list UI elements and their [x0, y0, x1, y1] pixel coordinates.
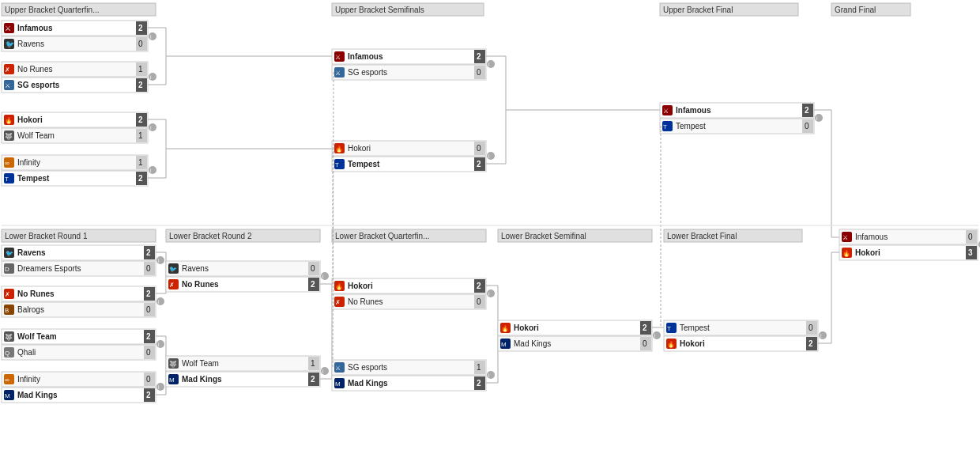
svg-text:∞: ∞: [5, 376, 9, 384]
svg-text:🔥: 🔥: [667, 340, 675, 348]
svg-text:M: M: [5, 392, 10, 399]
svg-text:SG esports: SG esports: [348, 68, 387, 77]
svg-text:1: 1: [477, 363, 481, 372]
svg-text:🐺: 🐺: [5, 132, 13, 140]
svg-text:2: 2: [146, 332, 151, 341]
svg-text:0: 0: [146, 264, 151, 273]
svg-text:🐺: 🐺: [5, 333, 13, 341]
svg-text:🔥: 🔥: [5, 116, 13, 124]
svg-text:Wolf Team: Wolf Team: [17, 332, 57, 341]
svg-text:B: B: [5, 307, 9, 314]
svg-text:🔥: 🔥: [501, 324, 509, 332]
svg-text:Ravens: Ravens: [17, 40, 44, 48]
svg-text:0: 0: [477, 144, 481, 153]
svg-text:Dreamers Esports: Dreamers Esports: [17, 264, 81, 273]
svg-text:Infamous: Infamous: [348, 52, 383, 61]
svg-text:Hokori: Hokori: [514, 323, 539, 332]
svg-text:🐦: 🐦: [6, 40, 15, 49]
svg-text:2: 2: [477, 379, 481, 388]
svg-text:0: 0: [138, 40, 143, 48]
svg-text:0: 0: [477, 68, 481, 77]
svg-text:2: 2: [138, 81, 143, 89]
svg-text:Lower Bracket Quarterfin...: Lower Bracket Quarterfin...: [335, 232, 430, 240]
svg-text:Lower Bracket Round 2: Lower Bracket Round 2: [169, 232, 252, 240]
svg-text:⚔: ⚔: [335, 365, 341, 372]
svg-text:⚔: ⚔: [335, 54, 341, 61]
svg-text:Tempest: Tempest: [680, 323, 710, 332]
svg-text:Ravens: Ravens: [182, 264, 209, 273]
svg-text:0: 0: [968, 233, 973, 241]
svg-text:0: 0: [805, 122, 809, 131]
svg-text:Tempest: Tempest: [676, 122, 706, 131]
svg-text:2: 2: [138, 24, 143, 32]
bracket-container: Upper Bracket Quarterfin... Upper Bracke…: [0, 0, 980, 451]
svg-text:2: 2: [477, 160, 481, 168]
svg-text:Upper Bracket Final: Upper Bracket Final: [663, 6, 733, 14]
svg-text:Hokori: Hokori: [680, 339, 705, 348]
svg-text:2: 2: [146, 289, 151, 298]
svg-text:🐦: 🐦: [6, 249, 13, 257]
svg-text:0: 0: [146, 375, 151, 384]
svg-text:No Runes: No Runes: [348, 297, 383, 306]
svg-text:2: 2: [808, 339, 813, 348]
svg-text:T: T: [663, 123, 667, 131]
svg-text:2: 2: [643, 323, 647, 332]
svg-text:∞: ∞: [5, 160, 9, 167]
svg-text:Tempest: Tempest: [348, 160, 380, 168]
svg-text:2: 2: [311, 280, 315, 289]
svg-text:T: T: [335, 161, 339, 168]
svg-text:Mad Kings: Mad Kings: [182, 375, 222, 384]
svg-text:2: 2: [311, 375, 315, 384]
svg-text:Hokori: Hokori: [855, 248, 880, 257]
svg-text:2: 2: [805, 106, 809, 115]
svg-text:Hokori: Hokori: [348, 144, 371, 153]
svg-text:🐺: 🐺: [169, 360, 177, 368]
svg-text:M: M: [501, 341, 507, 348]
svg-text:Lower Bracket Semifinal: Lower Bracket Semifinal: [501, 232, 586, 240]
svg-text:⚔: ⚔: [842, 234, 848, 241]
svg-text:M: M: [169, 376, 175, 384]
svg-text:2: 2: [477, 282, 481, 290]
svg-text:Q: Q: [5, 350, 9, 357]
svg-text:Ravens: Ravens: [17, 248, 46, 257]
svg-text:1: 1: [138, 158, 143, 167]
svg-text:Upper Bracket Semifinals: Upper Bracket Semifinals: [335, 6, 424, 14]
svg-text:✗: ✗: [335, 299, 341, 306]
svg-text:T: T: [667, 325, 671, 332]
svg-text:3: 3: [968, 248, 973, 257]
bracket-svg: Upper Bracket Quarterfin... Upper Bracke…: [0, 0, 980, 454]
svg-text:0: 0: [311, 264, 315, 273]
svg-text:Wolf Team: Wolf Team: [17, 131, 55, 140]
svg-text:Tempest: Tempest: [17, 174, 50, 183]
svg-text:No Runes: No Runes: [17, 289, 55, 298]
svg-text:No Runes: No Runes: [182, 280, 219, 289]
svg-text:Infamous: Infamous: [17, 24, 53, 32]
svg-text:2: 2: [138, 174, 143, 183]
svg-text:SG esports: SG esports: [348, 363, 387, 372]
svg-text:Mad Kings: Mad Kings: [17, 391, 58, 399]
svg-text:0: 0: [477, 297, 481, 306]
svg-text:T: T: [5, 176, 9, 183]
svg-text:Lower Bracket Final: Lower Bracket Final: [667, 232, 737, 240]
svg-text:0: 0: [808, 323, 813, 332]
svg-text:Infamous: Infamous: [676, 106, 711, 115]
svg-text:✗: ✗: [5, 291, 10, 298]
svg-text:SG esports: SG esports: [17, 81, 60, 89]
svg-text:Qhali: Qhali: [17, 348, 36, 357]
svg-text:🐦: 🐦: [169, 265, 177, 273]
svg-text:M: M: [335, 380, 341, 388]
svg-text:1: 1: [311, 359, 315, 368]
svg-text:⚔: ⚔: [5, 82, 10, 89]
svg-text:D: D: [5, 266, 9, 273]
svg-text:✗: ✗: [5, 66, 10, 74]
svg-text:Wolf Team: Wolf Team: [182, 359, 219, 368]
svg-text:Mad Kings: Mad Kings: [514, 339, 551, 348]
svg-text:2: 2: [146, 391, 151, 399]
svg-text:✗: ✗: [169, 282, 175, 289]
svg-line-244: [333, 72, 334, 367]
svg-text:0: 0: [643, 339, 647, 348]
svg-text:Mad Kings: Mad Kings: [348, 379, 388, 388]
svg-text:No Runes: No Runes: [17, 65, 52, 74]
svg-text:1: 1: [138, 131, 143, 140]
svg-text:⚔: ⚔: [5, 25, 11, 32]
